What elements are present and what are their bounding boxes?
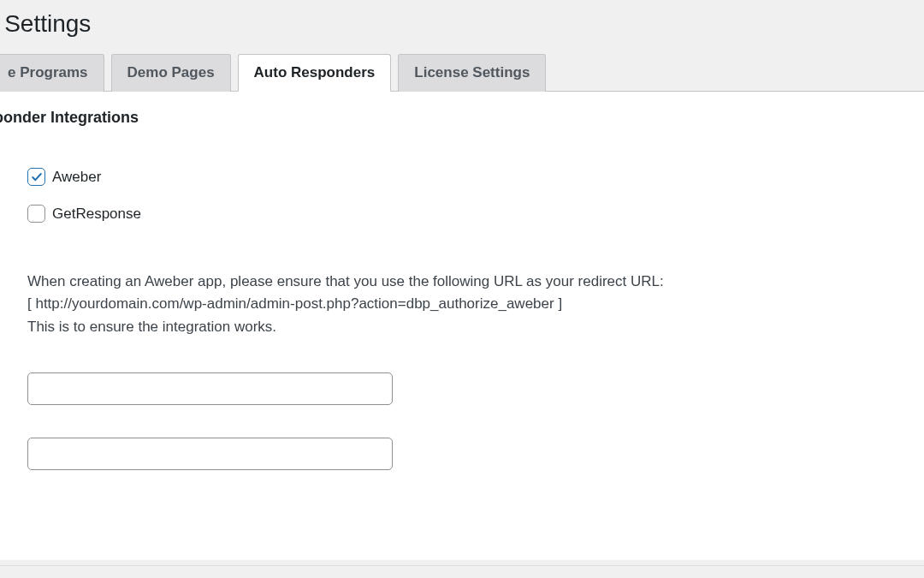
tab-demo-pages[interactable]: Demo Pages xyxy=(111,54,231,92)
checkbox-group: Aweber GetResponse xyxy=(0,168,924,223)
tab-auto-responders[interactable]: Auto Responders xyxy=(238,54,392,92)
tab-programs[interactable]: e Programs xyxy=(0,54,104,92)
section-title: Responder Integrations xyxy=(0,109,924,127)
tabs-nav: e Programs Demo Pages Auto Responders Li… xyxy=(0,53,924,91)
description-line-1: When creating an Aweber app, please ensu… xyxy=(27,271,924,293)
input-field-1[interactable] xyxy=(27,372,393,405)
page-title: gin Settings xyxy=(0,10,924,53)
checkbox-aweber[interactable] xyxy=(27,168,45,186)
input-field-2[interactable] xyxy=(27,438,393,470)
checkbox-row-getresponse: GetResponse xyxy=(27,205,924,223)
description-line-3: This is to ensure the integration works. xyxy=(27,316,924,338)
checkmark-icon xyxy=(30,170,44,184)
footer-divider xyxy=(0,565,924,566)
checkbox-label-aweber: Aweber xyxy=(52,169,101,186)
description-block: When creating an Aweber app, please ensu… xyxy=(0,271,924,338)
tab-license-settings[interactable]: License Settings xyxy=(398,54,546,92)
description-line-2: [ http://yourdomain.com/wp-admin/admin-p… xyxy=(27,293,924,315)
content-panel: Responder Integrations Aweber GetRespons… xyxy=(0,91,924,560)
checkbox-row-aweber: Aweber xyxy=(27,168,924,186)
input-group xyxy=(0,372,924,470)
checkbox-getresponse[interactable] xyxy=(27,205,45,223)
checkbox-label-getresponse: GetResponse xyxy=(52,206,141,223)
